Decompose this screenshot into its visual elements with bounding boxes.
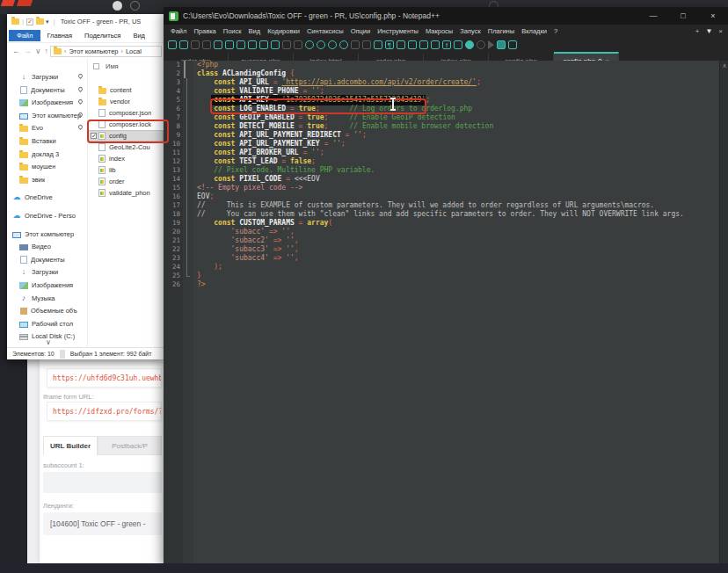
find-icon[interactable] [305,40,314,49]
doc-map-icon[interactable] [419,40,428,49]
np-menu-item-2[interactable]: Поиск [220,27,245,35]
nav-item-7[interactable]: моушен [7,161,88,172]
playback-macro-icon[interactable] [488,40,494,49]
print-icon[interactable] [237,40,245,49]
nav-item-4[interactable]: Evo [7,122,88,134]
close-button[interactable]: × [698,7,728,25]
save-all-icon[interactable] [202,40,211,49]
forward-icon[interactable]: → [24,47,32,55]
code-line-16[interactable]: 16EOV; [164,192,719,201]
np-menu-item-7[interactable]: Инструменты [374,27,422,35]
breadcrumb-local[interactable]: Local [126,47,142,55]
monitor-icon[interactable] [454,40,462,49]
code-view-icon[interactable] [408,40,417,49]
run-macro-icon[interactable] [497,40,506,49]
np-menu-item-11[interactable]: Вкладки [518,27,550,35]
iframe-url-field[interactable]: https://idfzxd.pro/forms/?target= [47,402,162,421]
code-editor[interactable]: 1<?php2class ACLandingConfig {3 const AP… [164,61,719,566]
file-row-content[interactable]: content [88,84,164,96]
np-menu-item-4[interactable]: Кодировки [264,27,303,35]
notepad-titlebar[interactable]: C:\Users\Evo\Downloads\Toxic OFF - green… [164,7,728,25]
zoom-out-icon[interactable] [339,40,348,49]
np-menu-item-5[interactable]: Синтаксисы [303,27,347,35]
stop-record-icon[interactable] [477,40,485,49]
ribbon-tab-file[interactable]: Файл [9,30,40,41]
nav-item-17[interactable]: Объемные объ [7,305,88,316]
code-line-7[interactable]: 7 const GEOIP_ENABLED = true; // Enable … [164,113,719,122]
nav-item-2[interactable]: Изображения [7,97,88,108]
nav-item-8[interactable]: эвик [7,174,88,185]
paste-icon[interactable] [271,40,280,49]
close-tab-icon[interactable]: × [718,27,723,35]
back-icon[interactable]: ← [12,47,20,55]
nav-item-15[interactable]: Изображения [7,279,88,291]
np-menu-item-6[interactable]: Опции [347,27,375,35]
code-line-10[interactable]: 10 const API_URL_PAYMENT_KEY = ''; [164,140,719,149]
nav-item-14[interactable]: Загрузки [7,266,88,278]
ribbon-tab-view[interactable]: Вид [127,30,151,41]
np-menu-item-3[interactable]: Вид [245,27,265,35]
cut-icon[interactable] [248,40,257,49]
code-line-13[interactable]: 13 // Pixel code. Multiline PHP variable… [164,166,719,175]
nav-item-9[interactable]: OneDrive [7,192,88,203]
new-file-icon[interactable] [168,40,177,49]
save-macro-icon[interactable] [508,40,517,49]
nav-item-6[interactable]: доклад 3 [7,149,88,160]
file-list-header[interactable]: Имя [88,61,119,71]
code-line-26[interactable]: 26?> [164,280,719,289]
np-menu-item-12[interactable]: ? [550,27,561,35]
code-line-21[interactable]: 21 'subacc2' => '', [164,236,719,245]
copy-icon[interactable] [259,40,268,49]
record-macro-icon[interactable] [465,40,474,49]
code-line-9[interactable]: 9 const API_URL_PAYMENT_REDIRECT = ''; [164,131,719,140]
word-wrap-icon[interactable] [374,40,382,49]
doc-list-icon[interactable] [431,40,440,49]
nav-item-18[interactable]: Рабочий стол [7,318,88,330]
nav-item-13[interactable]: Документы [7,254,88,265]
code-line-17[interactable]: 17// This is EXAMPLE of custom parameter… [164,201,719,210]
up-icon[interactable]: ↑ [45,47,49,55]
zoom-in-icon[interactable] [328,40,337,49]
minimize-button[interactable]: — [638,7,668,25]
quick-access-newfolder-icon[interactable] [36,18,44,25]
np-menu-item-0[interactable]: Файл [167,27,190,35]
code-line-19[interactable]: 19 const CUSTOM_PARAMS = array( [164,219,719,228]
save-icon[interactable] [191,40,200,49]
maximize-button[interactable]: □ [668,7,698,25]
scroll-up-icon[interactable]: ∧ [720,61,728,71]
breadcrumb-this-pc[interactable]: Этот компьютер [69,47,118,55]
redo-icon[interactable] [294,40,302,49]
nav-item-16[interactable]: Музыка [7,293,88,304]
np-menu-item-1[interactable]: Правка [190,27,219,35]
new-tab-icon[interactable]: + [695,27,700,35]
nav-item-1[interactable]: Документы [7,84,88,96]
file-row-composer.json[interactable]: composer.json [88,107,164,119]
ribbon-tab-home[interactable]: Главная [40,30,78,41]
indent-guide-icon[interactable] [397,40,405,49]
code-line-11[interactable]: 11 const API_BROKER_URL = ''; [164,149,719,157]
quick-access-properties-icon[interactable]: ✓ [26,18,33,25]
explorer-titlebar[interactable]: | ✓ ▾ | Toxic OFF - green - PR, US [7,14,164,29]
editor-scrollbar[interactable]: ∧ [719,61,728,566]
code-line-12[interactable]: 12 const TEST_LEAD = false; [164,157,719,166]
landing-url-field[interactable]: https://uhfd6d9c31uh.uewhbgfvds [47,368,162,388]
undo-icon[interactable] [282,40,291,49]
file-row-validate_phon[interactable]: validate_phon [88,187,164,199]
recent-icon[interactable]: ∨ [35,47,41,55]
show-all-chars-icon[interactable]: ¶ [385,40,394,49]
code-line-8[interactable]: 8 const DETECT_MOBILE = true; // Enable … [164,122,719,131]
sync-scroll-h-icon[interactable] [362,40,371,49]
nav-item-11[interactable]: Этот компьютер [7,228,88,240]
ribbon-tab-share[interactable]: Поделиться [78,30,127,41]
code-line-14[interactable]: 14 const PIXEL_CODE = <<<EOV [164,175,719,184]
replace-icon[interactable] [317,40,325,49]
np-menu-item-8[interactable]: Макросы [422,27,456,35]
file-row-lib[interactable]: lib [88,164,164,176]
close-icon[interactable] [214,40,222,49]
code-line-2[interactable]: 2class ACLandingConfig { [164,69,719,78]
code-line-15[interactable]: 15<!-- Empty pixel code --> [164,184,719,192]
landing-select[interactable]: [104600] Toxic OFF - green - [43,512,162,535]
select-all-checkbox[interactable] [93,63,99,69]
breadcrumb[interactable]: › Этот компьютер › Local [50,46,162,57]
nav-item-10[interactable]: OneDrive - Person [7,210,88,221]
